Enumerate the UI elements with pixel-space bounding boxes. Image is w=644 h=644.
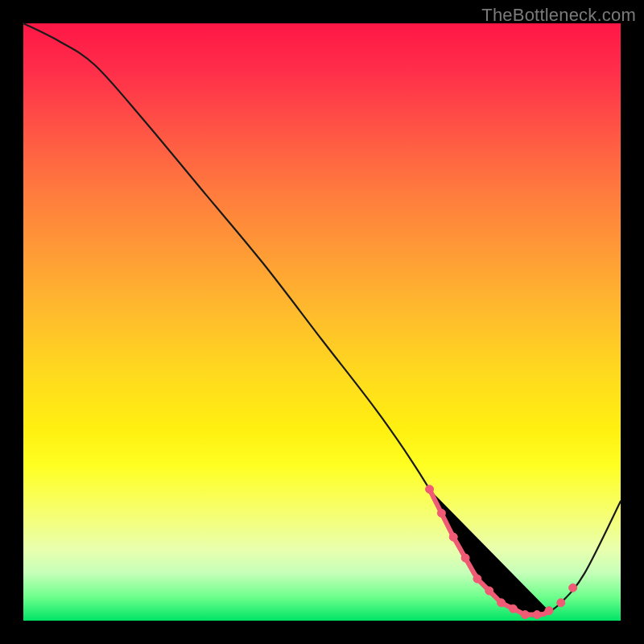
watermark-text: TheBottleneck.com [481,5,636,26]
highlight-dot [473,575,481,583]
highlight-dot [545,607,553,615]
curve-svg [23,23,621,621]
bottleneck-curve [23,23,621,616]
plot-area [23,23,621,621]
highlight-flat-segment [430,489,549,615]
highlight-dot [509,605,517,613]
highlight-dot [521,611,529,619]
highlight-group [426,485,577,619]
highlight-dot [533,611,541,619]
highlight-dot [569,584,577,592]
highlight-dot [449,533,457,541]
highlight-dot [557,599,565,607]
highlight-dot [485,587,493,595]
highlight-dot [497,599,506,607]
highlight-dot [461,554,469,562]
chart-frame: TheBottleneck.com [0,0,644,644]
highlight-dot [437,509,445,517]
highlight-dot [426,485,434,493]
